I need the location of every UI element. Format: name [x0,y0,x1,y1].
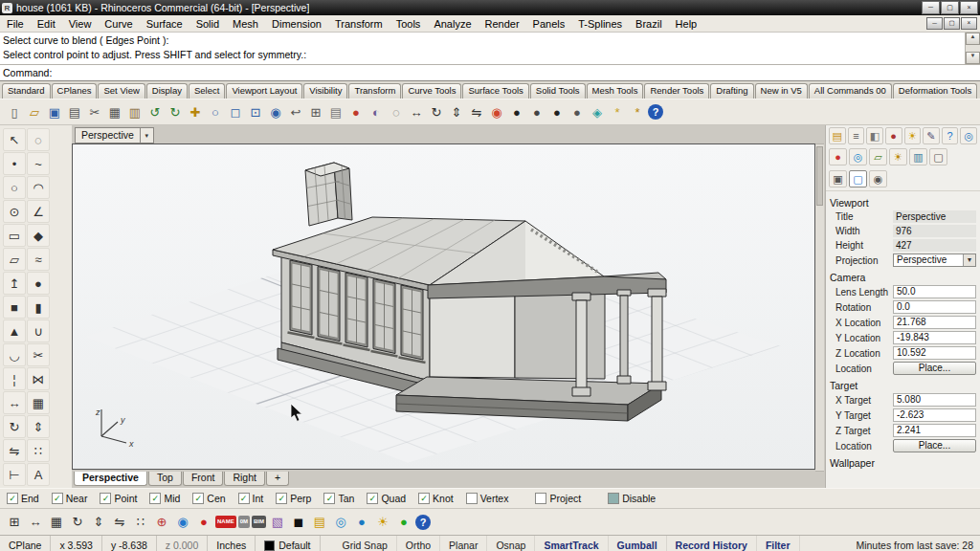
menu-solid[interactable]: Solid [189,15,226,32]
zoom-window-icon[interactable]: ◻ [226,102,245,122]
help-icon[interactable]: ? [648,104,663,120]
tab-transform[interactable]: Transform [348,83,401,99]
maximize-button[interactable]: ▢ [941,1,959,14]
loft-icon[interactable]: ≈ [27,248,50,271]
osnap-int[interactable]: Int [238,493,264,504]
copy-icon[interactable]: ▦ [47,512,66,532]
osnap-perp[interactable]: Perp [276,493,311,504]
turntable-icon[interactable]: ● [568,102,587,122]
viewport-scrollbar[interactable] [815,143,824,472]
menu-help[interactable]: Help [669,15,704,32]
viewport-properties-tab-icon[interactable]: ▢ [849,170,867,187]
osnap-cen[interactable]: Cen [192,493,225,504]
polyline-icon[interactable]: ∠ [27,200,50,223]
mdi-restore-button[interactable]: ▢ [944,17,960,30]
property-value-projection[interactable]: Perspective [893,253,976,267]
property-value-lens-length[interactable]: 50.0 [893,285,976,298]
osnap-disable[interactable]: Disable [608,493,656,504]
tab-display[interactable]: Display [146,83,188,99]
ellipse-icon[interactable]: ⊙ [3,200,26,223]
zoom-dynamic-icon[interactable]: ○ [206,102,225,122]
libraries-tab-icon[interactable]: ▥ [909,148,927,165]
pane-planar[interactable]: Planar [440,536,487,551]
shaded-display-icon[interactable]: ◐ [367,102,386,122]
undo-icon[interactable]: ↺ [145,102,165,122]
pane-smarttrack[interactable]: SmartTrack [535,536,608,551]
tab-all-commands[interactable]: All Commands 00 [809,83,892,99]
viewport-tab-top[interactable]: Top [148,472,182,486]
pane-ortho[interactable]: Ortho [397,536,440,551]
tab-surface-tools[interactable]: Surface Tools [462,83,528,99]
chrome-render-icon[interactable]: ◉ [487,102,506,122]
menu-dimension[interactable]: Dimension [265,15,328,32]
gumball-icon[interactable]: ◉ [173,512,192,532]
property-value-x-target[interactable]: 5.080 [893,393,976,407]
menu-edit[interactable]: Edit [31,15,62,32]
camera-properties-tab-icon[interactable]: ◉ [869,170,887,187]
render-preview-icon[interactable]: ● [547,102,567,122]
zero-mass-icon[interactable]: 0M [238,516,250,528]
copy-icon[interactable]: ▦ [27,391,50,414]
scroll-down-icon[interactable] [966,52,980,64]
box-icon[interactable]: ■ [3,296,26,319]
pane-grid-snap[interactable]: Grid Snap [334,536,397,551]
view-undo-icon[interactable]: ↩ [286,102,305,122]
cut-icon[interactable]: ✂ [85,102,104,122]
copy-icon[interactable]: ▦ [105,102,124,122]
render-icon[interactable]: ● [507,102,526,122]
property-value-height[interactable]: 427 [893,239,976,252]
tab-visibility[interactable]: Visibility [303,83,347,99]
print-icon[interactable]: ▤ [65,102,84,122]
array-icon[interactable]: ∷ [27,439,50,462]
tab-set-view[interactable]: Set View [98,83,145,99]
earth-icon[interactable]: ◎ [331,512,350,532]
viewport-title-tab[interactable]: Perspective [75,127,154,143]
osnap-vertex[interactable]: Vertex [466,493,509,504]
mirror-icon[interactable]: ⇋ [110,512,129,532]
menu-tools[interactable]: Tools [390,15,428,32]
layer-button[interactable]: Default [256,536,320,551]
join-icon[interactable]: ⋈ [27,367,50,390]
viewport-tab-right[interactable]: Right [224,472,265,486]
ground-plane-tab-icon[interactable]: ▱ [869,148,887,165]
zoom-selected-icon[interactable]: ◉ [266,102,285,122]
extrude-icon[interactable]: ↥ [3,272,26,295]
polygon-icon[interactable]: ◆ [27,224,50,247]
display-tab-icon[interactable]: ◧ [866,127,883,144]
tab-select[interactable]: Select [189,83,225,99]
brazil-render-icon[interactable]: ● [352,512,371,532]
menu-surface[interactable]: Surface [140,15,189,32]
options-icon[interactable]: * [628,102,647,122]
viewport-3d-view[interactable]: z y x [73,144,814,469]
object-properties-tab-icon[interactable]: ▣ [829,170,847,187]
cylinder-icon[interactable]: ▮ [27,296,50,319]
mdi-minimize-button[interactable]: ─ [926,17,943,30]
array-icon[interactable]: ∷ [131,512,150,532]
app-icon[interactable]: R [2,3,12,13]
mdi-close-button[interactable]: × [961,17,977,30]
property-value-rotation[interactable]: 0.0 [893,300,976,314]
display-mode-icon[interactable]: ● [346,102,366,122]
plugin-icon[interactable]: ● [394,512,413,532]
circle-icon[interactable]: ○ [3,176,26,199]
trim-icon[interactable]: ✂ [27,343,50,366]
point-icon[interactable]: • [3,152,26,175]
pane-gumball[interactable]: Gumball [609,536,667,551]
osnap-point[interactable]: Point [100,493,137,504]
open-file-icon[interactable]: ▱ [25,102,44,122]
settings-icon[interactable]: * [608,102,627,122]
menu-t-splines[interactable]: T-Splines [571,15,629,32]
scroll-up-icon[interactable] [966,33,980,45]
close-button[interactable]: × [960,1,978,14]
named-position-icon[interactable]: NAME [215,516,236,528]
hatch-icon[interactable]: ▧ [268,512,287,532]
split-icon[interactable]: ¦ [3,367,26,390]
environment-tab-icon[interactable]: ◎ [849,148,867,165]
material-icon[interactable]: ◈ [588,102,607,122]
menu-brazil[interactable]: Brazil [629,15,669,32]
osnap-knot[interactable]: Knot [418,493,454,504]
tab-new-in-v5[interactable]: New in V5 [755,83,808,99]
osnap-end[interactable]: End [7,493,39,504]
sphere-icon[interactable]: ● [27,272,50,295]
sun-icon[interactable]: ☀ [373,512,392,532]
